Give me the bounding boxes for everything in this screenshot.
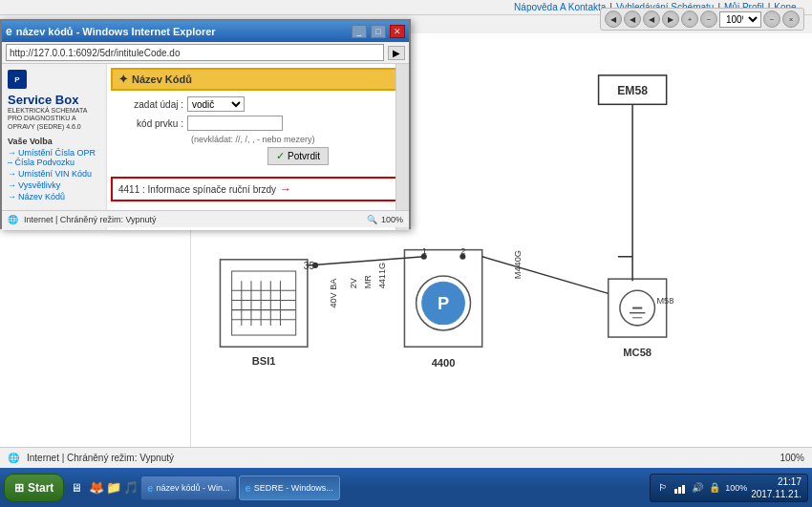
close-view-btn[interactable]: × xyxy=(782,11,800,28)
ie-zoom-value: 100% xyxy=(381,215,403,224)
tray-flag-icon: 🏳 xyxy=(656,481,670,495)
svg-rect-44 xyxy=(682,485,685,494)
panel-header-icon: ✦ xyxy=(118,73,128,86)
ie-title: název kódů - Windows Internet Explorer xyxy=(16,26,348,37)
ie-popup-window: e název kódů - Windows Internet Explorer… xyxy=(0,19,411,229)
svg-text:40V BA: 40V BA xyxy=(329,278,338,308)
ie-status-globe-icon: 🌐 xyxy=(8,215,18,224)
windows-orb-icon: ⊞ xyxy=(14,481,24,495)
taskbar-ie-btn[interactable]: e název kódů - Win... xyxy=(140,475,236,500)
svg-text:M440G: M440G xyxy=(513,250,523,279)
nav-fwd-btn[interactable]: ◀ xyxy=(624,11,641,28)
svg-text:1: 1 xyxy=(422,246,427,256)
zoom-fit-btn[interactable]: − xyxy=(763,11,780,28)
sidebar-nazev-kodu-link[interactable]: Název Kódů xyxy=(8,191,100,202)
main-statusbar: 🌐 Internet | Chráněný režim: Vypnutý 100… xyxy=(0,447,812,468)
start-button[interactable]: ⊞ Start xyxy=(4,474,64,502)
ie-url-bar[interactable] xyxy=(6,44,384,61)
service-box-label: Service Box xyxy=(8,93,100,107)
taskbar-sedre-icon: e xyxy=(246,482,251,494)
ie-main-panel: ✦ Název Kódů zadat údaj : vodič kód kód … xyxy=(107,64,409,230)
tray-time-value: 21:17 xyxy=(751,475,801,488)
nav-help[interactable]: Nápověda A Kontakta xyxy=(514,2,606,12)
potvrdit-label: Potvrdit xyxy=(288,151,320,161)
taskbar-firefox-icon[interactable]: 🦊 xyxy=(89,480,104,496)
zadat-label: zadat údaj : xyxy=(111,99,187,110)
form-row-kod: kód prvku : xyxy=(111,116,405,131)
nav-back-btn[interactable]: ◀ xyxy=(605,11,622,28)
nav-next-btn[interactable]: ▶ xyxy=(662,11,679,28)
form-row-zadat: zadat údaj : vodič kód xyxy=(111,96,405,112)
tray-security-icon: 🔒 xyxy=(708,481,721,495)
ie-maximize-btn[interactable]: □ xyxy=(371,25,386,38)
svg-text:4411G: 4411G xyxy=(377,263,387,288)
vase-volba-label: Vaše Volba xyxy=(8,137,100,146)
svg-text:M58: M58 xyxy=(657,296,674,306)
tray-volume-icon: 🔊 xyxy=(691,481,704,495)
status-globe-icon: 🌐 xyxy=(8,453,19,463)
ie-status-text: Internet | Chráněný režim: Vypnutý xyxy=(24,215,157,224)
potvrdit-btn[interactable]: ✓ Potvrdit xyxy=(267,147,329,165)
form-hint: (nevkládat: //, /, , - nebo mezery) xyxy=(191,135,405,144)
sidebar-vin-link[interactable]: Umístění VIN Kódu xyxy=(8,168,100,180)
ie-logo-icon: e xyxy=(6,25,12,38)
svg-text:EM58: EM58 xyxy=(617,84,648,97)
taskbar-ie-label: název kódů - Win... xyxy=(156,483,229,493)
ie-status-right: 🔍 100% xyxy=(367,215,403,224)
ie-statusbar: 🌐 Internet | Chráněný režim: Vypnutý 🔍 1… xyxy=(2,210,409,227)
ie-go-btn[interactable]: ▶ xyxy=(388,46,405,60)
desktop: Nápověda A Kontakta | Vyhledávání Schéma… xyxy=(0,0,812,468)
taskbar-sedre-btn[interactable]: e SEDRE - Windows... xyxy=(239,475,340,500)
sidebar-opr-link[interactable]: Umístění Čísla OPR – Čísla Podvozku xyxy=(8,147,100,168)
ie-status-zoom: 🔍 xyxy=(367,215,377,224)
diagram-toolbar: ◀ ◀ ◀ ▶ + − 100% 75% 150% − × xyxy=(600,8,804,31)
svg-line-33 xyxy=(482,257,609,294)
svg-text:MR: MR xyxy=(363,275,373,289)
peugeot-icon: P xyxy=(8,70,27,89)
svg-text:2V: 2V xyxy=(349,277,358,288)
result-box: 4411 : Informace spínače ruční brzdy → xyxy=(111,177,405,201)
zadat-select[interactable]: vodič kód xyxy=(187,96,245,112)
taskbar-sedre-label: SEDRE - Windows... xyxy=(254,483,333,493)
ie-body: P PEUGEOT Service Box ELEKTRICKÁ SCHEMAT… xyxy=(2,64,409,230)
taskbar-folder-icon[interactable]: 📁 xyxy=(106,480,121,496)
ie-popup-sidebar: P PEUGEOT Service Box ELEKTRICKÁ SCHEMAT… xyxy=(2,64,107,230)
svg-text:4400: 4400 xyxy=(432,357,456,369)
svg-rect-42 xyxy=(674,489,677,494)
panel-title: Název Kódů xyxy=(132,74,192,85)
panel-header: ✦ Název Kódů xyxy=(111,68,405,91)
result-arrow-icon: → xyxy=(280,182,291,196)
tray-network-icon xyxy=(673,481,687,495)
statusbar-right: 100% xyxy=(780,453,804,463)
brand-subtitle: ELEKTRICKÁ SCHEMATA PRO DIAGNOSTIKU A OP… xyxy=(8,107,100,131)
ie-minimize-btn[interactable]: _ xyxy=(352,25,367,38)
scroll-bar[interactable] xyxy=(395,64,409,230)
taskbar: ⊞ Start 🖥 🦊 📁 🎵 e název kódů - Win... e … xyxy=(0,468,812,507)
ie-toolbar: ▶ xyxy=(2,42,409,64)
taskbar-show-desktop[interactable]: 🖥 xyxy=(69,480,84,496)
checkmark-icon: ✓ xyxy=(276,150,285,162)
taskbar-ie-icon: e xyxy=(147,482,153,494)
svg-text:P: P xyxy=(438,293,449,313)
tray-zoom: 100% xyxy=(725,483,747,493)
start-label: Start xyxy=(28,481,53,495)
statusbar-text: Internet | Chráněný režim: Vypnutý xyxy=(27,453,174,463)
result-text: 4411 : Informace spínače ruční brzdy xyxy=(118,184,276,195)
svg-rect-43 xyxy=(678,487,681,494)
zoom-select[interactable]: 100% 75% 150% xyxy=(719,11,761,28)
system-tray: 🏳 🔊 🔒 100% 21:17 2017.11.21. xyxy=(650,474,808,502)
zoom-out-btn[interactable]: − xyxy=(700,11,717,28)
kod-label: kód prvku : xyxy=(111,118,187,129)
tray-clock: 21:17 2017.11.21. xyxy=(751,475,801,500)
zoom-in-btn[interactable]: + xyxy=(681,11,698,28)
ie-close-btn[interactable]: ✕ xyxy=(390,25,405,38)
taskbar-media-icon[interactable]: 🎵 xyxy=(123,480,139,496)
statusbar-zoom: 100% xyxy=(780,453,804,463)
brand-header: P PEUGEOT xyxy=(8,70,100,89)
svg-text:MC58: MC58 xyxy=(623,347,652,358)
kod-input[interactable] xyxy=(187,116,283,131)
ie-titlebar: e název kódů - Windows Internet Explorer… xyxy=(2,21,409,42)
sidebar-vysvetlivky-link[interactable]: Vysvětlivky xyxy=(8,180,100,191)
nav-prev-btn[interactable]: ◀ xyxy=(643,11,660,28)
svg-text:2: 2 xyxy=(460,246,465,256)
